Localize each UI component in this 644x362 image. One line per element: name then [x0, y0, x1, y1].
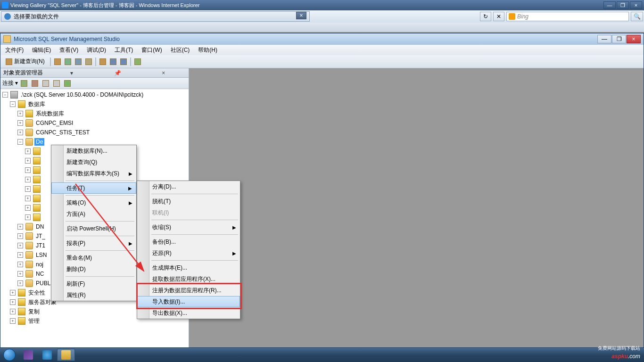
ctx-register-dac[interactable]: 注册为数据层应用程序(R)...	[137, 285, 240, 296]
connect-button[interactable]	[19, 79, 29, 88]
database-node[interactable]: DN	[34, 223, 45, 230]
new-query-button[interactable]: 新建查询(N)	[2, 57, 48, 66]
ctx-reports[interactable]: 报表(P)▶	[51, 238, 136, 249]
taskbar-ssms-button[interactable]	[57, 349, 75, 361]
ssms-maximize-button[interactable]: ❐	[612, 35, 626, 43]
expand-icon[interactable]: +	[25, 196, 31, 201]
expand-icon[interactable]: +	[17, 252, 23, 258]
menu-view[interactable]: 查看(V)	[57, 45, 81, 55]
expand-icon[interactable]: +	[17, 111, 23, 116]
ctx-generate-script[interactable]: 生成脚本(E)...	[137, 262, 240, 273]
dropdown-icon[interactable]: ▾	[50, 70, 94, 76]
toolbar-icon[interactable]	[53, 57, 62, 66]
expand-icon[interactable]: +	[17, 271, 23, 277]
database-node-selected[interactable]: De	[34, 138, 44, 146]
ctx-powershell[interactable]: 启动 PowerShell(H)	[51, 223, 136, 234]
toolbar-icon[interactable]	[74, 57, 83, 66]
databases-folder[interactable]: 数据库	[27, 100, 47, 109]
expand-icon[interactable]: +	[25, 158, 31, 164]
ssms-close-button[interactable]: ×	[627, 35, 641, 43]
ctx-export-data[interactable]: 导出数据(X)...	[137, 307, 240, 319]
save-all-button[interactable]	[119, 57, 128, 66]
ctx-strategy[interactable]: 策略(O)▶	[51, 197, 136, 208]
ctx-delete[interactable]: 删除(D)	[51, 263, 136, 275]
expand-icon[interactable]: +	[17, 243, 23, 248]
open-button[interactable]	[98, 57, 107, 66]
ctx-shrink[interactable]: 收缩(S)▶	[137, 222, 240, 233]
start-button[interactable]	[0, 348, 19, 362]
ie-stop-button[interactable]: ✕	[493, 12, 504, 21]
pin-icon[interactable]: 📌	[95, 70, 140, 76]
ie-refresh-button[interactable]: ↻	[480, 12, 491, 21]
ctx-new-query[interactable]: 新建查询(Q)	[51, 156, 136, 168]
panel-close-icon[interactable]: ×	[141, 70, 186, 76]
expand-icon[interactable]: +	[17, 233, 23, 239]
ctx-properties[interactable]: 属性(R)	[51, 289, 136, 301]
ctx-aspect[interactable]: 方面(A)	[51, 208, 136, 220]
server-node[interactable]: .\zck (SQL Server 10.50.4000 - DOMAIN\pc…	[19, 91, 145, 99]
collapse-icon[interactable]: −	[17, 139, 23, 145]
collapse-icon[interactable]: −	[10, 101, 16, 107]
ctx-tasks[interactable]: 任务(T)▶	[51, 182, 136, 194]
taskbar-vs-button[interactable]	[19, 349, 37, 361]
expand-icon[interactable]: +	[17, 224, 23, 230]
menu-help[interactable]: 帮助(H)	[195, 45, 220, 55]
ctx-detach[interactable]: 分离(D)...	[137, 181, 240, 192]
ctx-import-data[interactable]: 导入数据(I)...	[137, 296, 240, 307]
database-node[interactable]: NC	[34, 270, 45, 278]
security-folder[interactable]: 安全性	[27, 288, 47, 297]
ssms-titlebar[interactable]: Microsoft SQL Server Management Studio —…	[0, 33, 644, 45]
menu-edit[interactable]: 编辑(E)	[29, 45, 54, 55]
expand-icon[interactable]: +	[25, 214, 31, 220]
ssms-minimize-button[interactable]: —	[597, 35, 611, 43]
collapse-icon[interactable]: −	[2, 92, 8, 98]
menu-window[interactable]: 窗口(W)	[139, 45, 165, 55]
expand-icon[interactable]: +	[10, 299, 16, 305]
refresh-button[interactable]	[63, 79, 72, 88]
ie-maximize-button[interactable]: ❐	[617, 1, 629, 9]
taskbar-ie-button[interactable]	[38, 349, 56, 361]
menu-debug[interactable]: 调试(D)	[84, 45, 109, 55]
expand-icon[interactable]: +	[25, 148, 31, 154]
expand-icon[interactable]: +	[17, 130, 23, 135]
filter-button[interactable]	[52, 79, 61, 88]
ctx-script-database[interactable]: 编写数据库脚本为(S)▶	[51, 168, 136, 179]
toolbar-icon[interactable]	[84, 57, 93, 66]
expand-icon[interactable]: +	[25, 177, 31, 182]
expand-icon[interactable]: +	[17, 280, 23, 286]
toolbar-icon[interactable]	[63, 57, 73, 66]
expand-icon[interactable]: +	[10, 318, 16, 324]
menu-file[interactable]: 文件(F)	[2, 45, 26, 55]
ie-minimize-button[interactable]: —	[603, 1, 616, 9]
ctx-refresh[interactable]: 刷新(F)	[51, 278, 136, 289]
stop-button[interactable]	[41, 79, 50, 88]
ctx-restore[interactable]: 还原(R)▶	[137, 247, 240, 259]
expand-icon[interactable]: +	[17, 262, 23, 267]
save-button[interactable]	[108, 57, 118, 66]
expand-icon[interactable]: +	[10, 290, 16, 296]
expand-icon[interactable]: +	[17, 120, 23, 126]
expand-icon[interactable]: +	[25, 167, 31, 173]
management-folder[interactable]: 管理	[27, 317, 41, 326]
ctx-offline[interactable]: 脱机(T)	[137, 196, 240, 207]
system-db-folder[interactable]: 系统数据库	[34, 109, 66, 118]
file-open-dialog-titlebar[interactable]: 选择要加载的文件 ×	[1, 11, 310, 22]
ctx-rename[interactable]: 重命名(M)	[51, 252, 136, 263]
file-dialog-close-button[interactable]: ×	[296, 12, 306, 19]
expand-icon[interactable]: +	[25, 205, 31, 211]
database-node[interactable]: CGNPC_STIS_TEST	[34, 129, 91, 136]
database-node[interactable]: JT_	[34, 232, 47, 240]
menu-community[interactable]: 社区(C)	[168, 45, 193, 55]
ie-search-button[interactable]: 🔍	[631, 12, 643, 21]
ie-search-input[interactable]: Bing	[506, 12, 629, 21]
menu-tools[interactable]: 工具(T)	[112, 45, 136, 55]
connect-dropdown[interactable]: 连接 ▾	[2, 79, 18, 87]
disconnect-button[interactable]	[30, 79, 40, 88]
ctx-new-database[interactable]: 新建数据库(N)...	[51, 145, 136, 156]
ctx-backup[interactable]: 备份(B)...	[137, 236, 240, 247]
expand-icon[interactable]: +	[25, 186, 31, 192]
database-node[interactable]: noj	[34, 261, 45, 268]
replication-folder[interactable]: 复制	[27, 307, 41, 316]
activity-monitor-button[interactable]	[133, 57, 142, 66]
database-node[interactable]: CGNPC_EMSI	[34, 119, 74, 127]
